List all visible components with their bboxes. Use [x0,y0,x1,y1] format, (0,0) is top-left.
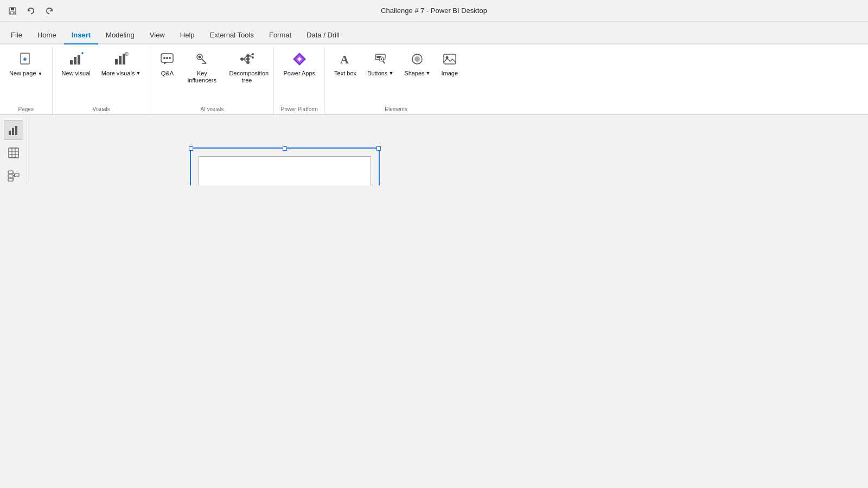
titlebar: Challenge # 7 - Power BI Desktop [0,0,868,22]
left-sidebar [0,115,27,185]
new-page-button[interactable]: New page ▼ [4,49,48,80]
menu-file[interactable]: File [3,27,30,44]
main-canvas[interactable] [27,115,868,185]
buttons-label: Buttons [367,70,387,77]
shapes-icon [410,52,425,69]
qa-button[interactable]: Q&A [155,49,180,80]
new-visual-icon [68,52,84,69]
svg-rect-59 [8,175,13,177]
resize-handle-tl[interactable] [189,146,193,151]
power-apps-label: Power Apps [283,70,315,77]
menu-view[interactable]: View [142,27,173,44]
undo-button[interactable] [24,4,38,18]
sidebar-item-model[interactable] [4,166,23,185]
more-visuals-icon [113,52,129,69]
shapes-button[interactable]: Shapes ▼ [399,49,435,80]
power-apps-button[interactable]: Power Apps [278,49,320,80]
power-apps-icon [292,52,307,69]
text-box-icon: A [338,52,353,69]
ribbon-section-elements: A Text box [325,47,467,114]
new-visual-label: New visual [62,70,91,77]
more-visuals-button[interactable]: More visuals ▼ [97,49,146,80]
decomposition-tree-icon [239,52,254,69]
svg-rect-53 [9,148,18,158]
visuals-section-label: Visuals [56,104,147,114]
shapes-label: Shapes [404,70,424,77]
svg-rect-8 [74,57,76,65]
decomposition-tree-button[interactable]: Decomposition tree [224,49,269,87]
ribbon-section-pages: New page ▼ Pages [0,47,53,114]
menu-data-drill[interactable]: Data / Drill [299,27,347,44]
menu-home[interactable]: Home [30,27,64,44]
svg-rect-3 [11,12,13,14]
svg-rect-14 [123,54,125,65]
svg-rect-13 [119,56,122,65]
resize-handle-tr[interactable] [376,146,381,151]
svg-point-26 [240,57,244,61]
sidebar-item-table[interactable] [4,143,23,163]
svg-rect-52 [15,126,17,135]
qa-label: Q&A [161,70,174,77]
new-visual-button[interactable]: New visual [57,49,95,80]
menubar: File Home Insert Modeling View Help Exte… [0,22,868,44]
text-box-label: Text box [334,70,356,76]
image-label: Image [442,70,458,77]
menu-insert[interactable]: Insert [64,27,98,44]
svg-point-25 [199,56,201,59]
buttons-arrow: ▼ [388,70,393,76]
text-box-button[interactable]: A Text box [329,49,361,80]
svg-rect-60 [8,178,13,181]
svg-line-29 [244,59,247,62]
svg-line-62 [13,172,15,175]
svg-rect-58 [8,171,13,174]
svg-point-32 [246,61,250,64]
svg-point-30 [246,54,250,57]
power-platform-section-label: Power Platform [277,104,321,114]
svg-rect-1 [11,8,14,10]
qa-icon [159,52,175,69]
more-visuals-arrow: ▼ [136,70,141,76]
svg-rect-7 [70,60,73,65]
redo-button[interactable] [42,4,56,18]
canvas-area [0,115,868,185]
new-page-label: New page [9,70,36,76]
svg-line-23 [202,59,206,63]
element-outer-border [190,147,380,185]
elements-section-label: Elements [328,104,464,114]
menu-format[interactable]: Format [261,27,299,44]
svg-line-27 [244,56,247,59]
key-influencers-icon [194,52,209,69]
buttons-button[interactable]: Buttons ▼ [362,49,398,80]
svg-point-31 [246,57,250,61]
decomposition-tree-label: Decomposition tree [229,70,269,84]
menu-help[interactable]: Help [173,27,202,44]
sidebar-item-bar-chart[interactable] [4,120,23,140]
key-influencers-button[interactable]: Key influencers [181,49,223,87]
more-visuals-label: More visuals [101,70,135,77]
save-button[interactable] [5,4,20,18]
ribbon-section-power-platform: Power Apps Power Platform [274,47,325,114]
image-icon [442,52,457,69]
svg-rect-61 [15,174,19,176]
app-title: Challenge # 7 - Power BI Desktop [381,7,487,15]
shapes-arrow: ▼ [426,70,431,76]
svg-rect-50 [9,131,11,135]
svg-rect-12 [115,59,118,65]
new-page-arrow: ▼ [38,71,43,76]
svg-point-45 [381,59,382,60]
svg-rect-48 [444,54,456,64]
image-button[interactable]: Image [437,49,463,80]
resize-handle-tc[interactable] [283,146,287,151]
key-influencers-label: Key influencers [188,70,216,84]
canvas-selected-element[interactable] [190,147,380,185]
ribbon-section-visuals: New visual More visuals ▼ [53,47,151,114]
svg-point-35 [252,53,254,55]
svg-point-19 [163,57,165,59]
element-inner-content [199,156,371,185]
svg-point-36 [252,56,254,59]
buttons-icon [373,52,388,69]
menu-external-tools[interactable]: External Tools [202,27,261,44]
svg-rect-9 [78,55,80,65]
new-page-icon [18,52,34,69]
menu-modeling[interactable]: Modeling [98,27,142,44]
